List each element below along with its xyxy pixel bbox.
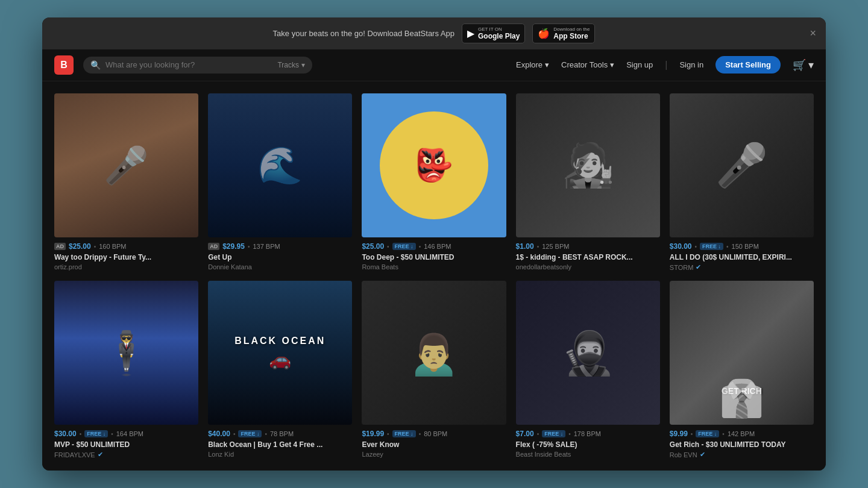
apple-icon: 🍎 [538, 28, 550, 39]
track-artist: STORM ✔ [670, 263, 814, 271]
track-artist: FRIDAYLXVE ✔ [54, 451, 198, 458]
app-store-badge[interactable]: 🍎 Download on the App Store [532, 23, 595, 43]
track-bpm: 125 BPM [542, 243, 569, 250]
logo[interactable]: B [54, 55, 74, 75]
track-card[interactable]: 🎤 $30.00 • FREE ↓ • 150 BPM ALL I DO (30… [670, 93, 814, 271]
track-title: Black Ocean | Buy 1 Get 4 Free ... [208, 440, 352, 449]
search-filter-dropdown[interactable]: Tracks ▾ [277, 61, 305, 69]
track-title: 1$ - kidding - BEST ASAP ROCK... [516, 253, 660, 261]
google-play-label: GET IT ON Google Play [478, 27, 520, 40]
search-bar[interactable]: 🔍 Tracks ▾ [83, 57, 312, 74]
explore-label: Explore [516, 60, 542, 69]
track-card[interactable]: 🙍‍♂️ $19.99 • FREE ↓ • 80 BPM Ever Know … [362, 281, 506, 458]
track-thumbnail: 🥷 [516, 281, 660, 425]
sign-up-link[interactable]: Sign up [626, 60, 653, 69]
track-artist: Roma Beats [362, 263, 506, 271]
nav-divider: | [665, 60, 667, 70]
track-card[interactable]: GET RICH 👔 $9.99 • FREE ↓ • 142 BPM Get … [670, 281, 814, 458]
track-thumbnail: 👺 [362, 93, 506, 237]
track-meta: $25.00 • FREE ↓ • 146 BPM [362, 242, 506, 251]
track-price: $30.00 [670, 242, 692, 251]
free-badge: FREE ↓ [84, 430, 108, 437]
header: B 🔍 Tracks ▾ Explore ▾ Creator Tools ▾ S… [42, 49, 826, 81]
track-card[interactable]: 🎤 AD $25.00 • 160 BPM Way too Drippy - F… [54, 93, 198, 271]
track-bpm: 164 BPM [116, 430, 143, 437]
search-filter-label: Tracks [277, 61, 299, 69]
free-badge: FREE ↓ [542, 430, 565, 437]
app-store-label: Download on the App Store [553, 27, 590, 40]
explore-menu[interactable]: Explore ▾ [516, 60, 549, 69]
ad-badge: AD [54, 243, 66, 250]
verified-icon: ✔ [696, 263, 701, 271]
track-card[interactable]: 🧑‍🎤 $1.00 • 125 BPM 1$ - kidding - BEST … [516, 93, 660, 271]
mask-art: 👺 [414, 147, 453, 184]
verified-icon: ✔ [700, 451, 705, 458]
track-thumbnail: BLACK OCEAN 🚗 [208, 281, 352, 425]
verified-icon: ✔ [98, 451, 103, 458]
track-card[interactable]: 🥷 $7.00 • FREE ↓ • 178 BPM Flex ( -75% S… [516, 281, 660, 458]
track-title: Get Up [208, 253, 352, 261]
track-title: ALL I DO (30$ UNLIMITED, EXPIRI... [670, 253, 814, 261]
track-bpm: 160 BPM [99, 243, 126, 250]
track-meta: $19.99 • FREE ↓ • 80 BPM [362, 430, 506, 438]
track-title: Too Deep - $50 UNLIMITED [362, 253, 506, 261]
track-thumbnail: 🕴 [54, 281, 198, 425]
track-artist: onedollarbeatsonly [516, 263, 660, 271]
track-price: $40.00 [208, 430, 230, 438]
track-price: $1.00 [516, 242, 534, 251]
search-input[interactable] [105, 60, 272, 69]
ad-badge: AD [208, 243, 219, 250]
google-play-badge[interactable]: ▶ GET IT ON Google Play [462, 23, 525, 43]
track-thumbnail: 🎤 [670, 93, 814, 237]
track-card[interactable]: BLACK OCEAN 🚗 $40.00 • FREE ↓ • 78 BPM B… [208, 281, 352, 458]
track-bpm: 78 BPM [270, 430, 294, 437]
free-badge: FREE ↓ [238, 430, 262, 437]
free-badge: FREE ↓ [392, 430, 416, 437]
start-selling-button[interactable]: Start Selling [715, 56, 781, 74]
track-meta: $40.00 • FREE ↓ • 78 BPM [208, 430, 352, 438]
banner-text: Take your beats on the go! Download Beat… [273, 29, 454, 38]
app-window: Take your beats on the go! Download Beat… [42, 17, 826, 471]
track-bpm: 178 BPM [574, 430, 601, 437]
track-price: $30.00 [54, 430, 77, 438]
track-thumbnail: 🙍‍♂️ [362, 281, 506, 425]
creator-tools-label: Creator Tools [561, 60, 608, 69]
chevron-down-icon: ▾ [301, 61, 305, 69]
track-meta: $1.00 • 125 BPM [516, 242, 660, 251]
track-artist: Rob EVN ✔ [670, 451, 814, 458]
track-bpm: 146 BPM [424, 243, 451, 250]
track-artist: Donnie Katana [208, 263, 352, 271]
track-title: Way too Drippy - Future Ty... [54, 253, 198, 261]
promo-banner: Take your beats on the go! Download Beat… [42, 17, 826, 49]
track-meta: $9.99 • FREE ↓ • 142 BPM [670, 430, 814, 438]
track-artist: Beast Inside Beats [516, 451, 660, 458]
track-price: $7.00 [516, 430, 534, 438]
free-badge: FREE ↓ [700, 243, 723, 250]
track-meta: $30.00 • FREE ↓ • 150 BPM [670, 242, 814, 251]
track-title: Flex ( -75% SALE) [516, 440, 660, 449]
track-meta: $30.00 • FREE ↓ • 164 BPM [54, 430, 198, 438]
free-badge: FREE ↓ [392, 243, 416, 250]
track-card[interactable]: 🌊 AD $29.95 • 137 BPM Get Up Donnie Kata… [208, 93, 352, 271]
sign-in-link[interactable]: Sign in [679, 60, 703, 69]
creator-tools-menu[interactable]: Creator Tools ▾ [561, 60, 614, 69]
main-content: 🎤 AD $25.00 • 160 BPM Way too Drippy - F… [42, 81, 826, 471]
track-card[interactable]: 🕴 $30.00 • FREE ↓ • 164 BPM MVP - $50 UN… [54, 281, 198, 458]
track-card[interactable]: 👺 $25.00 • FREE ↓ • 146 BPM Too Deep - $… [362, 93, 506, 271]
track-meta: AD $25.00 • 160 BPM [54, 242, 198, 251]
track-artist: Lonz Kid [208, 451, 352, 458]
track-meta: AD $29.95 • 137 BPM [208, 242, 352, 251]
banner-close-button[interactable]: × [810, 27, 816, 40]
track-price: $25.00 [69, 242, 91, 251]
cart-chevron-icon: ▾ [808, 58, 814, 72]
track-bpm: 80 BPM [424, 430, 447, 437]
cart-button[interactable]: 🛒 ▾ [793, 58, 814, 72]
nav-links: Explore ▾ Creator Tools ▾ Sign up | Sign… [516, 56, 814, 74]
track-bpm: 150 BPM [732, 243, 759, 250]
track-thumbnail: 🌊 [208, 93, 352, 237]
track-bpm: 142 BPM [728, 430, 755, 437]
track-title: Ever Know [362, 440, 506, 449]
explore-chevron-icon: ▾ [545, 60, 549, 69]
track-thumbnail: GET RICH 👔 [670, 281, 814, 425]
tracks-grid: 🎤 AD $25.00 • 160 BPM Way too Drippy - F… [54, 93, 814, 458]
